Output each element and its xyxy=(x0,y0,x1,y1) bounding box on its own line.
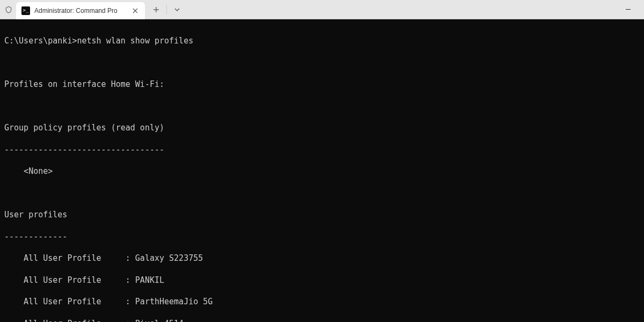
close-tab-button[interactable] xyxy=(131,6,140,15)
terminal-output[interactable]: C:\Users\panki>netsh wlan show profiles … xyxy=(0,19,644,322)
group-policy-none: <None> xyxy=(4,166,640,177)
profile-label: All User Profile : xyxy=(4,275,135,286)
titlebar: >_ Administrator: Command Pro xyxy=(0,0,644,19)
interface-header: Profiles on interface Home Wi-Fi: xyxy=(4,79,640,90)
profile-row: All User Profile : PANKIL xyxy=(4,275,640,286)
minimize-button[interactable] xyxy=(616,2,640,18)
blank-line xyxy=(4,101,640,112)
window-controls xyxy=(616,2,640,18)
tab-dropdown-button[interactable] xyxy=(169,2,185,18)
active-tab[interactable]: >_ Administrator: Command Pro xyxy=(16,2,145,19)
profile-label: All User Profile : xyxy=(4,253,135,264)
user-profiles-header: User profiles xyxy=(4,209,640,220)
prompt-path: C:\Users\panki> xyxy=(4,35,77,46)
profile-value: ParthHeemaJio 5G xyxy=(135,296,213,307)
profile-value: PANKIL xyxy=(135,275,164,286)
blank-line xyxy=(4,57,640,68)
group-policy-header: Group policy profiles (read only) xyxy=(4,122,640,133)
profile-row: All User Profile : ParthHeemaJio 5G xyxy=(4,296,640,307)
entered-command: netsh wlan show profiles xyxy=(77,35,193,46)
blank-line xyxy=(4,188,640,199)
profile-label: All User Profile : xyxy=(4,318,135,322)
tab-actions xyxy=(148,2,185,18)
profile-label: All User Profile : xyxy=(4,296,135,307)
profile-value: Pixel_4514 xyxy=(135,318,184,322)
profile-row: All User Profile : Pixel_4514 xyxy=(4,318,640,322)
profile-value: Galaxy S223755 xyxy=(135,253,203,264)
shield-admin-icon xyxy=(4,5,13,14)
cmd-icon: >_ xyxy=(21,6,30,15)
tab-title: Administrator: Command Pro xyxy=(34,7,127,14)
new-tab-button[interactable] xyxy=(148,2,164,18)
user-profiles-dashes: ------------- xyxy=(4,231,640,242)
prompt-line: C:\Users\panki>netsh wlan show profiles xyxy=(4,35,640,46)
profile-row: All User Profile : Galaxy S223755 xyxy=(4,253,640,264)
group-policy-dashes: --------------------------------- xyxy=(4,144,640,155)
